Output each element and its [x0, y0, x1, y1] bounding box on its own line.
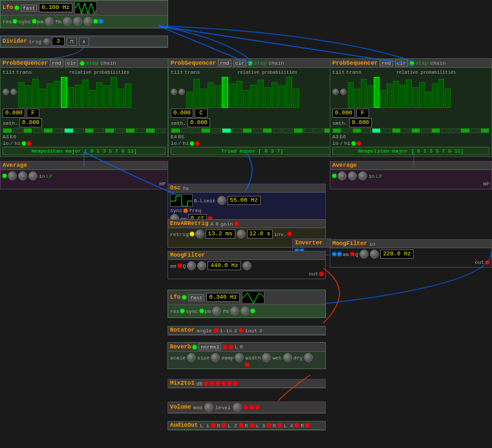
env-gain-led[interactable] [235, 222, 239, 226]
reverb-mode-btn[interactable]: normal [198, 343, 221, 350]
seq3-bar-1[interactable] [348, 82, 354, 108]
step2-3[interactable] [191, 128, 201, 133]
step2-13[interactable] [294, 128, 303, 133]
reverb-width-knob[interactable] [262, 353, 271, 362]
rotator-in1-led[interactable] [214, 328, 218, 332]
reverb-damp-knob[interactable] [235, 353, 244, 362]
env-r-knob[interactable] [237, 229, 246, 239]
step2-6[interactable] [222, 128, 231, 133]
step3-14[interactable] [460, 128, 469, 133]
seq2-bar-4[interactable] [208, 82, 214, 108]
step2-14[interactable] [304, 128, 314, 133]
step3-9[interactable] [411, 128, 420, 133]
volume-level-knob[interactable] [233, 403, 242, 412]
audioout-r4-led[interactable] [306, 423, 310, 427]
seq2-bar-10[interactable] [250, 85, 257, 108]
osc-blimit-knob[interactable] [217, 196, 226, 205]
rotator-out1-led[interactable] [239, 328, 243, 332]
seq3-bar-5[interactable] [374, 77, 380, 108]
probseq2-trans-knob[interactable] [178, 89, 185, 95]
seq3-bar-12[interactable] [419, 82, 425, 108]
step3-5[interactable] [372, 128, 381, 133]
probseq1-hi-led[interactable] [27, 142, 31, 145]
seq2-bar-6[interactable] [222, 77, 228, 108]
step3-15[interactable] [471, 128, 480, 133]
probseq2-led1[interactable] [248, 61, 252, 65]
seq2-bar-2[interactable] [193, 79, 200, 108]
seq1-bar-9[interactable] [75, 85, 81, 108]
seq2-bar-14[interactable] [279, 85, 285, 108]
seq2-bar-15[interactable] [286, 77, 292, 108]
seq2-bar-8[interactable] [236, 81, 242, 108]
mix-led6[interactable] [233, 381, 237, 385]
divider-btn1[interactable]: ⊓ [67, 37, 77, 46]
seq3-bar-15[interactable] [438, 79, 444, 108]
step1-3[interactable] [23, 128, 33, 133]
seq2-bar-5[interactable] [215, 85, 221, 108]
divider-knob[interactable] [43, 38, 50, 45]
mix-led3[interactable] [216, 381, 220, 385]
mix-led5[interactable] [228, 381, 231, 385]
probseq3-lo-led[interactable] [352, 142, 356, 145]
step1-2[interactable] [13, 128, 23, 133]
avg2-knob2[interactable] [348, 171, 357, 180]
seq1-bar-6[interactable] [54, 81, 60, 108]
avg1-knob2[interactable] [18, 171, 27, 180]
step3-1[interactable] [332, 128, 341, 133]
moog1-am-led[interactable] [178, 264, 182, 268]
step3-16[interactable] [480, 128, 489, 133]
step2-5[interactable] [211, 128, 221, 133]
seq3-bar-13[interactable] [425, 92, 431, 108]
lfo2-out-led[interactable] [251, 309, 255, 313]
audioout-r3-led[interactable] [278, 423, 282, 427]
seq2-bar-9[interactable] [243, 90, 250, 108]
step2-12[interactable] [283, 128, 293, 133]
audioout-l2-led[interactable] [239, 423, 243, 427]
step2-9[interactable] [253, 128, 262, 133]
lfo1-speed[interactable]: fast [21, 5, 37, 12]
probseq3-rnd-btn[interactable]: rnd [380, 59, 392, 67]
step1-4[interactable] [33, 128, 43, 133]
avg2-led[interactable] [332, 174, 336, 178]
seq3-bar-11[interactable] [412, 87, 418, 108]
env-inv-led[interactable] [190, 232, 194, 236]
lfo1-rate-knob[interactable] [73, 17, 82, 26]
avg1-led[interactable] [3, 174, 6, 178]
moog1-mod-knob[interactable] [242, 261, 251, 270]
step1-6[interactable] [54, 128, 63, 133]
reverb-size-knob[interactable] [211, 353, 220, 362]
volume-led3[interactable] [255, 405, 259, 409]
probseq3-led1[interactable] [410, 61, 414, 65]
avg1-knob1[interactable] [8, 171, 17, 180]
env-inv2-led[interactable] [288, 232, 292, 236]
probseq3-clr-btn[interactable]: clr [395, 59, 408, 67]
seq1-bar-14[interactable] [111, 77, 117, 108]
probseq3-trans-knob[interactable] [340, 89, 347, 95]
step3-2[interactable] [342, 128, 351, 133]
seq1-bar-2[interactable] [25, 85, 32, 108]
audioout-l3-led[interactable] [267, 423, 271, 427]
step2-15[interactable] [314, 128, 323, 133]
seq3-bar-16[interactable] [445, 89, 451, 108]
step3-8[interactable] [401, 128, 411, 133]
reverb-l-led[interactable] [223, 345, 227, 349]
lfo1-res-led[interactable] [13, 19, 17, 23]
probseq2-clr-btn[interactable]: clr [233, 59, 246, 67]
step3-12[interactable] [441, 128, 450, 133]
moog2-led1[interactable] [332, 252, 336, 256]
step1-13[interactable] [125, 128, 135, 133]
lfo2-fm-knob[interactable] [230, 306, 239, 315]
mix-led1[interactable] [204, 381, 208, 385]
reverb-dry-knob[interactable] [304, 353, 313, 362]
volume-mod-knob[interactable] [204, 403, 213, 412]
seq3-bar-8[interactable] [393, 81, 399, 108]
step2-2[interactable] [181, 128, 191, 133]
reverb-scale-knob[interactable] [187, 353, 196, 362]
step2-11[interactable] [273, 128, 283, 133]
seq1-bar-12[interactable] [96, 82, 103, 108]
lfo1-fm-knob[interactable] [63, 17, 72, 26]
moog2-freq-knob[interactable] [370, 250, 379, 259]
divider-btn2[interactable]: ∧ [79, 37, 89, 46]
seq1-bar-7[interactable] [61, 77, 67, 108]
step2-7[interactable] [232, 128, 242, 133]
